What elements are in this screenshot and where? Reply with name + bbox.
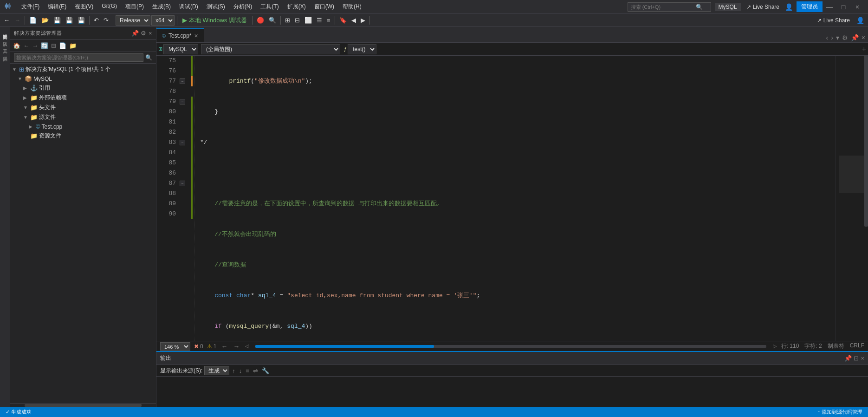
menu-project[interactable]: 项目(P) [122,2,148,12]
output-up-btn[interactable]: ↑ [231,366,236,375]
sidebar-newfile-btn[interactable]: 📄 [58,41,67,50]
sidebar-close-icon[interactable]: × [149,30,152,37]
format-btn-5[interactable]: ≡ [325,16,332,25]
close-button[interactable]: × [850,0,864,14]
arch-dropdown[interactable]: x64 [151,15,175,26]
tree-test-cpp[interactable]: ▶ © Test.cpp [10,122,156,131]
menu-help[interactable]: 帮助(H) [339,2,365,12]
sidebar-newfolder-btn[interactable]: 📁 [68,41,78,50]
global-search-box[interactable]: 🔍 [628,2,711,12]
account-icon[interactable]: 👤 [855,17,866,24]
tree-references[interactable]: ▶ ⚓ 引用 [10,83,156,93]
settings-icon[interactable]: ⚙ [841,33,849,42]
menu-analyze[interactable]: 分析(N) [230,2,256,12]
bookmark-btn[interactable]: 🔖 [337,16,349,25]
tree-ext-deps[interactable]: ▶ 📁 外部依赖项 [10,93,156,103]
back-button[interactable]: ← [2,16,12,25]
menu-extensions[interactable]: 扩展(X) [284,2,310,12]
fold-btn-79[interactable]: − [180,99,185,104]
activity-team-explorer[interactable]: 团队 [1,36,9,40]
sidebar-collapse-btn[interactable]: ⊟ [50,41,57,50]
tab-close-btn[interactable]: × [194,32,198,39]
zoom-dropdown[interactable]: 146 % [160,342,190,351]
global-search-input[interactable] [631,4,696,10]
sidebar-back-btn[interactable]: ← [22,41,30,50]
menu-view[interactable]: 视图(V) [71,2,97,12]
activity-tool-2[interactable]: 属性 [1,51,9,55]
add-split-button[interactable]: + [862,45,866,53]
admin-button[interactable]: 管理员 [797,1,823,12]
menu-window[interactable]: 窗口(W) [311,2,338,12]
liveshare-toolbar-button[interactable]: ↗ Live Share [813,16,854,25]
status-source-control[interactable]: ↑ 添加到源代码管理 [816,409,864,416]
fold-btn-77[interactable]: − [180,78,185,84]
save-selected-button[interactable]: 💾 [76,16,87,25]
code-content[interactable]: printf("修改数据成功\n"); } */ //需要注意的是，在下面的设置… [196,56,836,341]
build-config-dropdown[interactable]: Release [116,15,150,26]
sidebar-search-input[interactable] [14,53,143,62]
new-project-button[interactable]: 📄 [27,16,39,25]
namespace-dropdown[interactable]: MySQL [163,44,198,54]
output-filter-btn[interactable]: 🔧 [261,366,270,375]
tree-headers[interactable]: ▼ 📁 头文件 [10,103,156,112]
save-all-button[interactable]: 💾 [64,16,75,25]
sidebar-forward-btn[interactable]: → [31,41,39,50]
tree-sources[interactable]: ▼ 📁 源文件 [10,112,156,122]
format-btn-3[interactable]: ⬜ [303,16,314,25]
output-source-dropdown[interactable]: 生成 [204,366,229,375]
fold-btn-83[interactable]: − [180,140,185,145]
activity-solution-explorer[interactable]: 解决方案 [1,29,9,33]
open-button[interactable]: 📂 [39,16,51,25]
activity-tool-1[interactable]: 工具 [1,44,9,47]
user-icon[interactable]: 👤 [783,2,795,12]
format-btn-2[interactable]: ⊟ [293,16,302,25]
tab-scroll-right[interactable]: › [830,33,834,42]
sidebar-scrollbar[interactable] [10,403,156,407]
tab-test-cpp[interactable]: © Test.cpp* × [156,28,204,42]
tab-panel-close[interactable]: × [861,33,866,42]
output-close-icon[interactable]: × [861,355,864,362]
tab-scroll-down[interactable]: ▾ [835,33,840,42]
format-btn-1[interactable]: ⊞ [283,16,292,25]
pin-icon[interactable]: 📌 [850,33,860,42]
fold-btn-87[interactable]: − [180,181,185,186]
output-clear-btn[interactable]: ≡ [245,366,250,375]
status-build-success[interactable]: ✓ 生成成功 [4,409,33,416]
output-wrap-btn[interactable]: ⇌ [252,366,259,375]
minimize-button[interactable]: — [823,0,836,14]
forward-button[interactable]: → [13,16,22,25]
menu-debug[interactable]: 调试(D) [175,2,202,12]
menu-build[interactable]: 生成(B) [149,2,175,12]
save-button[interactable]: 💾 [52,16,63,25]
redo-button[interactable]: ↷ [102,16,110,25]
tree-mysql-project[interactable]: ▼ 📦 MySQL [10,74,156,83]
menu-test[interactable]: 测试(S) [203,2,229,12]
sidebar-refresh-btn[interactable]: 🔄 [40,41,49,50]
output-pin-icon[interactable]: 📌 [844,355,852,362]
search-tb-button[interactable]: 🔍 [267,16,278,25]
menu-git[interactable]: Git(G) [98,2,121,12]
error-count[interactable]: ✖ 0 [194,343,203,350]
output-down-btn[interactable]: ↓ [238,366,243,375]
sidebar-pin-icon[interactable]: 📌 [131,30,139,37]
menu-tools[interactable]: 工具(T) [257,2,282,12]
tab-scroll-left[interactable]: ‹ [825,33,829,42]
output-detach-icon[interactable]: ⊡ [854,355,859,362]
bookmark-next[interactable]: ▶ [359,16,367,25]
undo-button[interactable]: ↶ [92,16,101,25]
sidebar-settings-icon[interactable]: ⚙ [141,30,147,37]
nav-prev-btn[interactable]: ← [220,342,228,351]
nav-start-btn[interactable]: ◁ [244,343,250,350]
warning-count[interactable]: ⚠ 1 [207,343,217,350]
function-dropdown[interactable]: test() [348,44,376,54]
format-btn-4[interactable]: ☰ [315,16,324,25]
scope-dropdown[interactable]: (全局范围) [201,44,340,54]
nav-next-btn[interactable]: → [232,342,240,351]
tree-solution[interactable]: ▼ ⊞ 解决方案'MySQL'(1 个项目/共 1 个 [10,65,156,74]
menu-edit[interactable]: 编辑(E) [44,2,70,12]
maximize-button[interactable]: □ [836,0,850,14]
sidebar-home-btn[interactable]: 🏠 [12,41,21,50]
menu-file[interactable]: 文件(F) [18,2,43,12]
live-share-button[interactable]: ↗ Live Share [743,3,783,11]
run-button[interactable]: ▶ 本地 Windows 调试器 [180,15,250,26]
